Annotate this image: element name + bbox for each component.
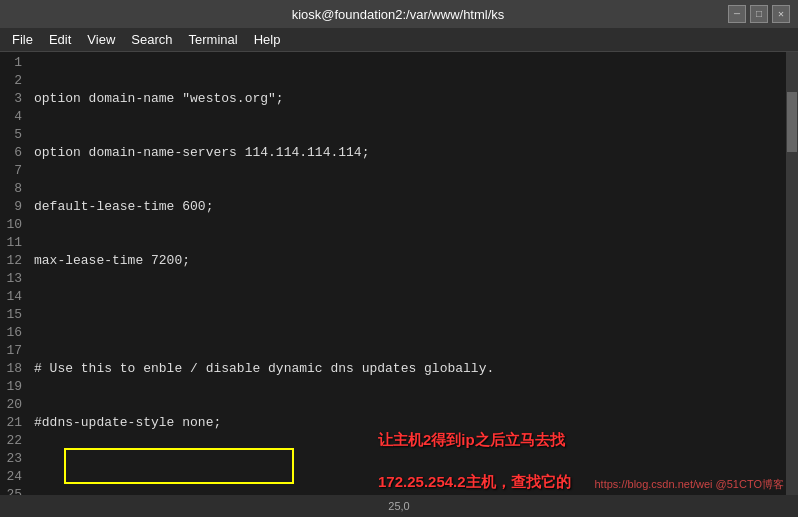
menu-help[interactable]: Help xyxy=(246,30,289,49)
vertical-scrollbar[interactable] xyxy=(786,52,798,495)
code-line-5 xyxy=(34,306,786,324)
close-button[interactable]: ✕ xyxy=(772,5,790,23)
menu-edit[interactable]: Edit xyxy=(41,30,79,49)
minimize-button[interactable]: ─ xyxy=(728,5,746,23)
menu-bar: File Edit View Search Terminal Help xyxy=(0,28,798,52)
menu-file[interactable]: File xyxy=(4,30,41,49)
window-controls: ─ □ ✕ xyxy=(728,5,790,23)
code-line-3: default-lease-time 600; xyxy=(34,198,786,216)
menu-terminal[interactable]: Terminal xyxy=(181,30,246,49)
window-title: kiosk@foundation2:/var/www/html/ks xyxy=(68,7,728,22)
cursor-position: 25,0 xyxy=(388,500,409,512)
annotation-text: 让主机2得到ip之后立马去找 172.25.254.2主机，查找它的 pxeli… xyxy=(328,372,571,495)
code-editor[interactable]: option domain-name "westos.org"; option … xyxy=(28,52,786,495)
annotation-line2: 172.25.254.2主机，查找它的 xyxy=(378,473,571,490)
status-bar: 25,0 xyxy=(0,495,798,517)
scrollbar-thumb[interactable] xyxy=(787,92,797,152)
highlight-box xyxy=(64,448,294,484)
terminal-window: kiosk@foundation2:/var/www/html/ks ─ □ ✕… xyxy=(0,0,798,517)
code-line-1: option domain-name "westos.org"; xyxy=(34,90,786,108)
line-numbers: 1 2 3 4 5 6 7 8 9 10 11 12 13 14 15 16 1… xyxy=(0,52,28,495)
watermark: https://blog.csdn.net/wei @51CTO博客 xyxy=(595,475,785,493)
annotation-line1: 让主机2得到ip之后立马去找 xyxy=(378,431,565,448)
title-bar: kiosk@foundation2:/var/www/html/ks ─ □ ✕ xyxy=(0,0,798,28)
code-line-2: option domain-name-servers 114.114.114.1… xyxy=(34,144,786,162)
menu-search[interactable]: Search xyxy=(123,30,180,49)
code-line-4: max-lease-time 7200; xyxy=(34,252,786,270)
maximize-button[interactable]: □ xyxy=(750,5,768,23)
menu-view[interactable]: View xyxy=(79,30,123,49)
